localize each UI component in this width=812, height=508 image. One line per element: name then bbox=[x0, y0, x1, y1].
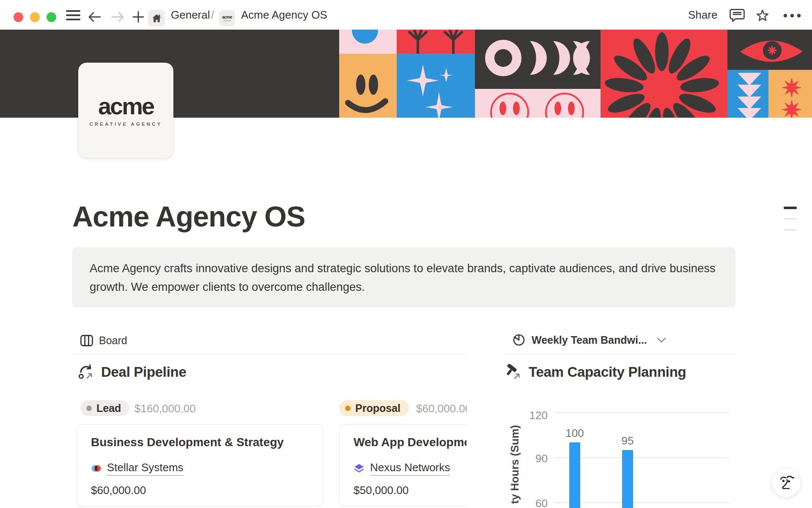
tab-board-label: Board bbox=[99, 334, 127, 347]
deal-pipeline-heading: Deal Pipeline bbox=[78, 364, 187, 380]
sidebar-menu-icon[interactable] bbox=[66, 9, 81, 21]
chart-bar-2[interactable] bbox=[622, 450, 633, 508]
toolbar: General / acme Acme Agency OS Share bbox=[0, 0, 812, 30]
minimize-window-button[interactable] bbox=[30, 12, 40, 22]
breadcrumb-page-icon[interactable]: acme bbox=[219, 10, 235, 26]
tab-board[interactable]: Board bbox=[80, 334, 127, 347]
card-clip-wrapper: Web App Development Nexus Networks $50,0… bbox=[339, 424, 466, 506]
close-window-button[interactable] bbox=[14, 12, 23, 22]
board-divider bbox=[72, 354, 466, 354]
ai-face-icon bbox=[777, 474, 795, 491]
group-proposal-pill[interactable]: Proposal bbox=[339, 400, 409, 416]
chart-view-dropdown[interactable]: Weekly Team Bandwi... bbox=[513, 334, 666, 346]
board-view-icon bbox=[80, 335, 93, 346]
y-tick-60: 60 bbox=[521, 497, 548, 508]
proposal-status-label: Proposal bbox=[355, 402, 401, 414]
chevron-down-icon bbox=[657, 337, 666, 343]
gridline-90 bbox=[555, 457, 729, 458]
team-capacity-title: Team Capacity Planning bbox=[529, 364, 686, 380]
proposal-group-sum: $60,000.00 bbox=[416, 402, 467, 415]
proposal-group-sum-text: $60,000.00 bbox=[416, 402, 467, 415]
bar-value-label: 95 bbox=[611, 434, 645, 447]
card-client-name: Stellar Systems bbox=[107, 461, 184, 476]
toc-indicator[interactable] bbox=[784, 229, 797, 231]
acme-logo-text: acme bbox=[98, 94, 154, 118]
breadcrumb-separator: / bbox=[211, 0, 214, 30]
bar-value-label: 100 bbox=[558, 427, 592, 440]
card-web-app-development[interactable]: Web App Development Nexus Networks $50,0… bbox=[339, 424, 466, 506]
team-capacity-heading: Team Capacity Planning bbox=[506, 364, 686, 380]
cover-tile-triangles bbox=[727, 70, 768, 118]
favorite-star-icon[interactable] bbox=[755, 9, 770, 23]
proposal-status-dot bbox=[345, 406, 351, 411]
chart-view-label: Weekly Team Bandwi... bbox=[532, 334, 647, 346]
cover-tile-sparkles bbox=[397, 54, 475, 118]
cover-tile-eye bbox=[727, 30, 812, 70]
chart-y-axis-label: ty Hours (Sum) bbox=[508, 401, 522, 508]
forward-arrow-icon[interactable] bbox=[111, 11, 124, 23]
chart-divider bbox=[502, 354, 735, 354]
cover-tile-oddc bbox=[475, 30, 601, 89]
breadcrumb-workspace[interactable]: General bbox=[171, 0, 210, 30]
y-tick-90: 90 bbox=[521, 452, 548, 465]
chart-bar-1[interactable] bbox=[569, 442, 580, 508]
stellar-systems-icon bbox=[91, 463, 102, 474]
toc-indicator[interactable] bbox=[784, 218, 797, 220]
comments-icon[interactable] bbox=[730, 8, 745, 22]
gridline-120 bbox=[555, 412, 729, 413]
y-tick-120: 120 bbox=[521, 409, 548, 422]
new-page-plus-icon[interactable] bbox=[132, 11, 145, 23]
cover-tile-bursts bbox=[397, 30, 475, 54]
lead-status-label: Lead bbox=[96, 402, 121, 414]
page-icon-acme-logo[interactable]: acme CREATIVE AGENCY bbox=[78, 63, 173, 158]
nexus-networks-icon bbox=[354, 463, 365, 474]
deal-pipeline-title: Deal Pipeline bbox=[101, 364, 187, 380]
more-options-icon[interactable] bbox=[783, 14, 801, 18]
breadcrumb-page-icon-text: acme bbox=[222, 15, 232, 19]
toc-indicator-active[interactable] bbox=[784, 207, 797, 209]
cover-tile-stars bbox=[768, 70, 812, 118]
app-window: General / acme Acme Agency OS Share bbox=[0, 0, 812, 508]
cover-tile-smiley bbox=[339, 54, 397, 118]
breadcrumb-page-icon-line bbox=[223, 20, 231, 21]
card-business-development[interactable]: Business Development & Strategy Stellar … bbox=[77, 424, 323, 506]
home-icon[interactable] bbox=[148, 10, 165, 27]
notion-ai-button[interactable] bbox=[771, 468, 801, 497]
callout-block: Acme Agency crafts innovative designs an… bbox=[72, 247, 735, 307]
acme-logo-subtext: CREATIVE AGENCY bbox=[89, 121, 162, 127]
gridline-60 bbox=[555, 502, 729, 503]
card-title: Business Development & Strategy bbox=[91, 436, 284, 449]
card-client-link[interactable]: Stellar Systems bbox=[91, 461, 184, 476]
page-title: Acme Agency OS bbox=[72, 200, 305, 233]
card-client-name: Nexus Networks bbox=[370, 461, 450, 476]
card-amount: $50,000.00 bbox=[354, 484, 409, 497]
pipeline-icon bbox=[78, 364, 94, 380]
card-client-link[interactable]: Nexus Networks bbox=[354, 461, 450, 476]
share-button[interactable]: Share bbox=[688, 0, 717, 30]
zoom-window-button[interactable] bbox=[47, 12, 56, 22]
lead-group-sum: $160,000.00 bbox=[134, 402, 196, 415]
card-title: Web App Development bbox=[354, 436, 466, 449]
breadcrumb-page[interactable]: Acme Agency OS bbox=[241, 0, 327, 30]
cover-tile-outline-smileys bbox=[475, 89, 601, 118]
pie-chart-icon bbox=[513, 334, 525, 346]
card-amount: $60,000.00 bbox=[91, 484, 146, 497]
back-arrow-icon[interactable] bbox=[88, 11, 102, 23]
group-lead-pill[interactable]: Lead bbox=[80, 400, 129, 416]
callout-text: Acme Agency crafts innovative designs an… bbox=[90, 259, 716, 296]
hammer-icon bbox=[506, 364, 522, 380]
lead-status-dot bbox=[86, 406, 92, 411]
cover-tile-flower bbox=[601, 30, 727, 118]
cover-tile-circle bbox=[339, 30, 397, 54]
